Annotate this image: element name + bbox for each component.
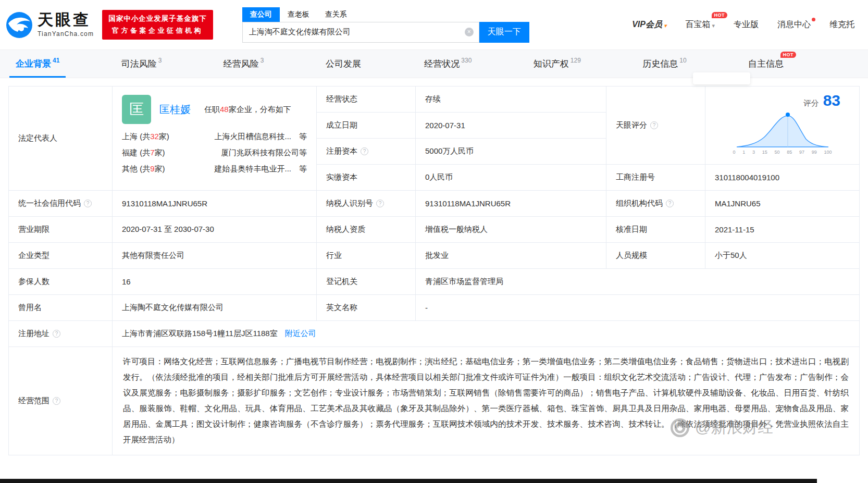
search-area: 查公司 查老板 查关系 天眼一下: [242, 7, 529, 43]
search-tabs: 查公司 查老板 查关系: [242, 7, 529, 22]
field-value-org-code: MA1JNRU65: [705, 191, 860, 217]
brand-name: 天眼查: [38, 12, 94, 28]
field-value-company-type: 其他有限责任公司: [113, 243, 317, 269]
field-value-approved-date: 2021-11-15: [705, 217, 860, 243]
field-value-paid-capital: 0人民币: [416, 165, 606, 191]
field-label-former-name: 曾用名: [9, 295, 113, 321]
search-button[interactable]: 天眼一下: [479, 22, 529, 43]
field-value-reg-number: 310118004019100: [705, 165, 860, 191]
field-label-address: 注册地址: [9, 321, 113, 347]
tianyancha-logo-icon: [5, 11, 33, 39]
search-tab-company[interactable]: 查公司: [242, 7, 280, 22]
certification-badge-line2: 官方备案企业征信机构: [108, 26, 207, 35]
score-value: 83: [823, 92, 840, 109]
field-label-legal-rep: 法定代表人: [9, 86, 113, 191]
tab-company-background[interactable]: 企业背景41: [9, 50, 66, 78]
certification-badge-line1: 国家中小企业发展子基金旗下: [108, 14, 207, 23]
tab-intellectual-property[interactable]: 知识产权129: [527, 50, 587, 78]
field-label-org-code: 组织机构代码: [606, 191, 705, 217]
legal-rep-cell: 匡 匡桂媛 任职48家企业，分布如下 上海 (共32家) 上海火田槽信息科技..…: [113, 86, 317, 191]
field-label-insured-count: 参保人数: [9, 269, 113, 295]
help-icon[interactable]: [84, 200, 92, 207]
field-value-address: 上海市青浦区双联路158号1幢11层J区1188室 附近公司: [113, 321, 860, 347]
score-head: 评分83: [716, 92, 840, 109]
search-row: 天眼一下: [242, 22, 529, 43]
nearby-companies-link[interactable]: 附近公司: [285, 329, 316, 339]
brand-domain: TianYanCha.com: [38, 30, 94, 38]
chevron-down-icon: [664, 20, 667, 30]
nav-vip-member[interactable]: VIP会员: [632, 19, 666, 30]
tab-operation-risk[interactable]: 经营风险3: [217, 50, 270, 78]
top-nav: VIP会员 百宝箱 HOT 专业版 消息中心 维克托: [632, 19, 861, 30]
field-value-established: 2020-07-31: [416, 113, 606, 139]
field-label-registry: 登记机关: [317, 269, 416, 295]
location-company[interactable]: 厦门兆跃科技有限公司等: [221, 148, 307, 158]
field-value-english-name: -: [416, 295, 860, 321]
field-value-taxpayer-type: 增值税一般纳税人: [416, 217, 606, 243]
legal-rep-top: 匡 匡桂媛 任职48家企业，分布如下: [122, 95, 307, 124]
nav-message-center[interactable]: 消息中心: [777, 19, 811, 30]
logo-text: 天眼查 TianYanCha.com: [38, 12, 94, 38]
hot-badge: HOT: [712, 12, 728, 18]
field-value-business-scope: 许可项目：网络文化经营；互联网信息服务；广播电视节目制作经营；电视剧制作；演出经…: [113, 347, 860, 455]
help-icon[interactable]: [666, 200, 674, 207]
location-row: 上海 (共32家) 上海火田槽信息科技... 等: [122, 129, 307, 145]
score-axis: 0131550859799100: [733, 150, 832, 155]
field-label-staff-size: 人员规模: [606, 243, 705, 269]
field-value-credit-code: 91310118MA1JNRU65R: [113, 191, 317, 217]
field-value-business-term: 2020-07-31 至 2030-07-30: [113, 217, 317, 243]
search-tab-relationship[interactable]: 查关系: [317, 7, 355, 22]
tab-history-info[interactable]: 历史信息10: [636, 50, 692, 78]
field-label-taxpayer-type: 纳税人资质: [317, 217, 416, 243]
tab-operation-status[interactable]: 经营状况330: [418, 50, 478, 78]
clear-icon[interactable]: [465, 28, 474, 36]
nav-extra[interactable]: 维克托: [829, 19, 854, 30]
field-value-industry: 批发业: [416, 243, 606, 269]
nav-pro-version[interactable]: 专业版: [734, 19, 759, 30]
help-icon[interactable]: [650, 121, 658, 129]
field-label-industry: 行业: [317, 243, 416, 269]
field-label-paid-capital: 实缴资本: [317, 165, 416, 191]
search-input[interactable]: [243, 28, 479, 36]
legal-rep-locations: 上海 (共32家) 上海火田槽信息科技... 等 福建 (共7家) 厦门兆跃科技…: [122, 129, 307, 177]
search-tab-boss[interactable]: 查老板: [280, 7, 317, 22]
certification-badge: 国家中小企业发展子基金旗下 官方备案企业征信机构: [102, 10, 213, 40]
search-input-wrap: [242, 22, 479, 43]
legal-rep-avatar[interactable]: 匡: [122, 95, 151, 124]
field-label-english-name: 英文名称: [317, 295, 416, 321]
nav-treasure-box[interactable]: 百宝箱 HOT: [685, 19, 715, 30]
help-icon[interactable]: [53, 397, 60, 405]
location-company[interactable]: 上海火田槽信息科技... 等: [214, 132, 307, 142]
field-label-approved-date: 核准日期: [606, 217, 705, 243]
field-value-reg-capital: 5000万人民币: [416, 139, 606, 165]
top-header: 天眼查 TianYanCha.com 国家中小企业发展子基金旗下 官方备案企业征…: [0, 0, 868, 49]
tab-judicial-risk[interactable]: 司法风险3: [115, 50, 168, 78]
tianyancha-logo[interactable]: 天眼查 TianYanCha.com: [5, 11, 94, 39]
company-info-table: 法定代表人 匡 匡桂媛 任职48家企业，分布如下 上海 (共32家) 上海火田槽…: [8, 86, 860, 455]
location-row: 其他 (共9家) 建始县奥特丰电业开... 等: [122, 161, 307, 177]
score-distribution-chart: [733, 109, 832, 149]
field-value-status: 存续: [416, 86, 606, 113]
field-value-insured-count: 16: [113, 269, 317, 295]
hot-badge: HOT: [780, 52, 797, 58]
field-label-status: 经营状态: [317, 86, 416, 113]
location-company[interactable]: 建始县奥特丰电业开... 等: [214, 164, 307, 174]
field-label-credit-code: 统一社会信用代码: [9, 191, 113, 217]
help-icon[interactable]: [53, 330, 60, 338]
field-label-taxpayer-id: 纳税人识别号: [317, 191, 416, 217]
help-icon[interactable]: [376, 200, 384, 207]
field-value-registry: 青浦区市场监督管理局: [416, 269, 860, 295]
tab-company-development[interactable]: 公司发展: [319, 50, 369, 78]
field-label-tianyan-score: 天眼评分: [606, 86, 705, 165]
bottom-bar: [0, 479, 817, 483]
field-label-business-scope: 经营范围: [9, 347, 113, 455]
notification-dot: [812, 18, 815, 21]
field-value-former-name: 上海陶不庭文化传媒有限公司: [113, 295, 317, 321]
field-value-staff-size: 小于50人: [705, 243, 860, 269]
chevron-down-icon: [712, 20, 715, 30]
field-label-established: 成立日期: [317, 113, 416, 139]
legal-rep-tenure: 任职48家企业，分布如下: [204, 105, 291, 115]
help-icon[interactable]: [361, 147, 368, 155]
tianyan-score-cell: 评分83 0131550859799100: [705, 86, 860, 165]
legal-rep-name-link[interactable]: 匡桂媛: [159, 103, 191, 117]
